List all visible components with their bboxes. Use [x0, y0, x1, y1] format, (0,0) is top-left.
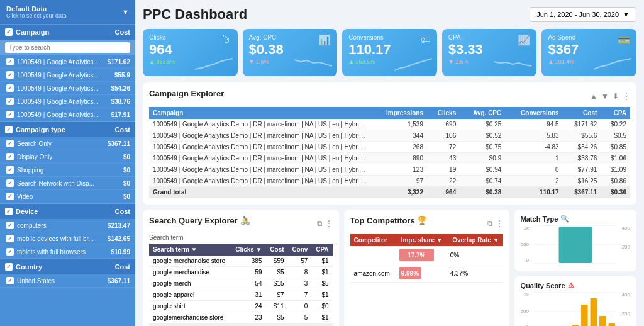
- sidebar-section-campaign-header[interactable]: Campaign Cost: [0, 25, 135, 40]
- tc-header: Top Competitors 🏆 ⧉ ⋮: [350, 216, 503, 230]
- item-checkbox[interactable]: [6, 193, 14, 200]
- item-checkbox[interactable]: [6, 179, 14, 187]
- match-type-y-left: 1k 500 0: [521, 225, 531, 263]
- sidebar-section-campaign-type-header[interactable]: Campaign type Cost: [0, 122, 135, 137]
- sqe-more-icon[interactable]: ⋮: [325, 219, 333, 228]
- table-row: amazon.com 9.99% 4.37%: [350, 264, 503, 283]
- svg-rect-16: [608, 323, 615, 326]
- item-checkbox[interactable]: [6, 248, 14, 256]
- list-item[interactable]: 1000549 | Google Analytics... $54.26: [0, 82, 135, 95]
- list-item[interactable]: 1000549 | Google Analytics... $171.62: [0, 55, 135, 69]
- date-range-text: Jun 1, 2020 - Jun 30, 2020: [536, 11, 619, 18]
- sort-down-icon[interactable]: ▼: [601, 92, 609, 101]
- item-checkbox[interactable]: [6, 235, 14, 242]
- ad-spend-sparkline: [594, 57, 631, 72]
- impr-share-bar: 17.7%: [399, 249, 434, 261]
- campaign-search-box: [0, 40, 135, 55]
- campaign-search-input[interactable]: [5, 42, 130, 53]
- list-item[interactable]: Search Only $367.11: [0, 137, 135, 150]
- item-checkbox[interactable]: [6, 98, 14, 105]
- match-type-chart-area: 1k 500 0 Exact 400: [521, 225, 630, 266]
- campaign-explorer-header: Campaign Explorer ▲ ▼ ⬇ ⋮: [149, 89, 630, 103]
- kpi-clicks-label: Clicks: [149, 34, 231, 41]
- sidebar-header[interactable]: Default Data Click to select your data ▼: [0, 0, 135, 25]
- grand-total-row: Grand total 3,322964 $0.38110.17 $367.11…: [149, 187, 630, 198]
- sidebar-section-country: Country Cost United States $367.11: [0, 259, 135, 288]
- main-content: PPC Dashboard Jun 1, 2020 - Jun 30, 2020…: [135, 0, 644, 326]
- sqe-copy-icon[interactable]: ⧉: [317, 219, 323, 228]
- col-clicks: Clicks: [427, 107, 460, 119]
- quality-score-title: Quality Score ⚠: [521, 281, 630, 289]
- sqe-col-cpa: CPA: [311, 244, 332, 256]
- sort-up-icon[interactable]: ▲: [590, 92, 597, 101]
- campaign-cost-label: Cost: [115, 28, 130, 36]
- qs-y-right: 400 200: [619, 292, 630, 326]
- download-icon[interactable]: ⬇: [613, 92, 619, 101]
- table-row: 1000549 | Google Analytics Demo | DR | m…: [149, 119, 630, 130]
- item-checkbox[interactable]: [6, 166, 14, 174]
- item-checkbox[interactable]: [6, 111, 14, 118]
- top-bar: PPC Dashboard Jun 1, 2020 - Jun 30, 2020…: [143, 6, 636, 23]
- tc-more-icon[interactable]: ⋮: [496, 219, 503, 228]
- list-item[interactable]: 1000549 | Google Analytics... $38.76: [0, 95, 135, 108]
- sidebar-section-country-header[interactable]: Country Cost: [0, 259, 135, 274]
- list-item[interactable]: Shopping $0: [0, 164, 135, 177]
- more-options-icon[interactable]: ⋮: [623, 92, 630, 101]
- sqe-grand-total-row: Grand total964$367110$3: [149, 323, 333, 327]
- item-checkbox[interactable]: [6, 140, 14, 147]
- sqe-col-clicks[interactable]: Clicks ▼: [231, 244, 265, 256]
- kpi-card-cpa: CPA $3.33 ▼ 2.6% 📈: [442, 29, 537, 76]
- impr-share-bar-2: 9.99%: [399, 267, 421, 279]
- sidebar-section-campaign: Campaign Cost 1000549 | Google Analytics…: [0, 25, 135, 122]
- campaign-type-checkbox[interactable]: [5, 126, 13, 133]
- kpi-row: Clicks 964 ▲ 363.5% 🖱 Avg. CPC $0.38 ▼ 2…: [143, 29, 636, 76]
- item-checkbox[interactable]: [6, 277, 14, 284]
- country-label: Country: [16, 263, 42, 271]
- tc-col-impr-share[interactable]: Impr. share ▼: [396, 234, 447, 246]
- tc-col-overlap-rate[interactable]: Overlap Rate ▼: [447, 234, 503, 246]
- item-checkbox[interactable]: [6, 84, 14, 92]
- match-type-y-right: 400 200: [619, 225, 630, 263]
- device-cost-label: Cost: [115, 208, 130, 215]
- item-checkbox[interactable]: [6, 222, 14, 229]
- qs-y-left: 1k 500 0: [521, 292, 531, 326]
- campaign-checkbox[interactable]: [5, 28, 13, 36]
- sqe-col-term[interactable]: Search term ▼: [149, 244, 231, 256]
- date-picker[interactable]: Jun 1, 2020 - Jun 30, 2020 ▼: [530, 7, 636, 22]
- match-type-svg: Exact: [534, 225, 617, 264]
- top-competitors-section: Top Competitors 🏆 ⧉ ⋮ Competitor Impr. s…: [344, 210, 509, 326]
- country-checkbox[interactable]: [5, 263, 13, 271]
- sqe-title: Search Query Explorer 🚴: [149, 216, 250, 225]
- avg-cpc-sparkline: [294, 57, 332, 72]
- item-checkbox[interactable]: [6, 71, 14, 79]
- list-item[interactable]: Display Only $0: [0, 150, 135, 164]
- tc-table: Competitor Impr. share ▼ Overlap Rate ▼ …: [350, 234, 503, 283]
- item-checkbox[interactable]: [6, 153, 14, 160]
- sidebar-section-device: Device Cost computers $213.47 mobile dev…: [0, 204, 135, 259]
- list-item[interactable]: Search Network with Disp... $0: [0, 177, 135, 190]
- list-item[interactable]: 1000549 | Google Analytics... $17.91: [0, 108, 135, 121]
- kpi-clicks-value: 964: [149, 42, 231, 57]
- list-item[interactable]: 1000549 | Google Analytics... $55.9: [0, 69, 135, 82]
- list-item[interactable]: Video $0: [0, 190, 135, 203]
- device-checkbox[interactable]: [5, 208, 13, 215]
- sidebar-dropdown-icon[interactable]: ▼: [122, 8, 129, 16]
- list-item[interactable]: mobile devices with full br... $142.65: [0, 232, 135, 245]
- list-item[interactable]: computers $213.47: [0, 219, 135, 232]
- table-row: 17.7% 0%: [350, 246, 503, 264]
- item-checkbox[interactable]: [6, 58, 14, 65]
- list-item[interactable]: tablets with full browsers $10.99: [0, 245, 135, 259]
- sidebar-section-device-header[interactable]: Device Cost: [0, 204, 135, 219]
- sqe-icon: 🚴: [240, 216, 250, 225]
- match-type-icon: 🔍: [560, 215, 569, 223]
- conversions-icon: 🏷: [421, 34, 431, 45]
- avg-cpc-icon: 📊: [318, 34, 331, 46]
- campaign-explorer-section: Campaign Explorer ▲ ▼ ⬇ ⋮ Campaign Impre…: [143, 82, 636, 205]
- sqe-col-cost: Cost: [266, 244, 288, 256]
- page-title: PPC Dashboard: [143, 6, 247, 23]
- list-item[interactable]: United States $367.11: [0, 274, 135, 288]
- tc-copy-icon[interactable]: ⧉: [487, 219, 493, 228]
- campaign-explorer-table: Campaign Impressions Clicks Avg. CPC Con…: [149, 107, 630, 198]
- kpi-card-conversions: Conversions 110.17 ▲ 263.5% 🏷: [342, 29, 437, 76]
- table-row: 1000549 | Google Analytics Demo | DR | m…: [149, 176, 630, 187]
